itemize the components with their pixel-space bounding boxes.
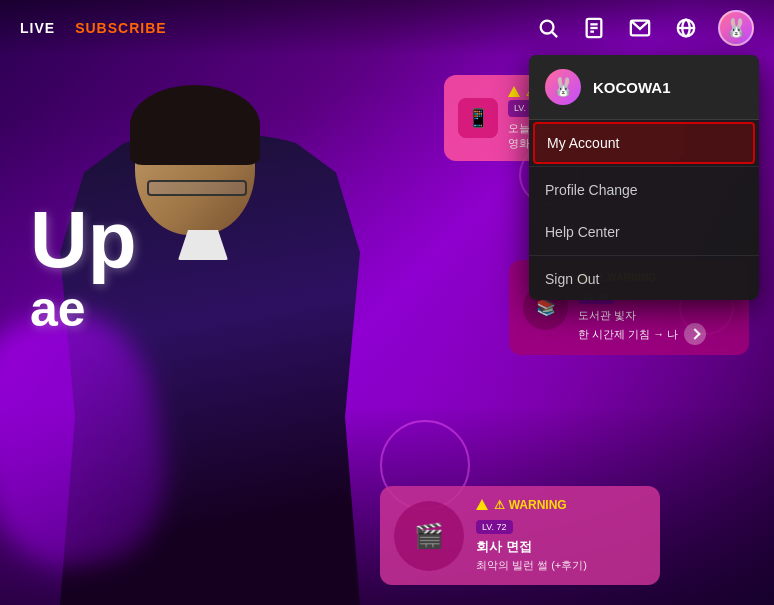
mail-icon[interactable]	[626, 14, 654, 42]
dropdown-avatar: 🐰	[545, 69, 581, 105]
card-bottom-title: 회사 면접	[476, 538, 587, 556]
dropdown-username: KOCOWA1	[593, 79, 671, 96]
card-bottom-warning: ⚠ WARNING	[476, 498, 587, 512]
card-bottom-icon: 🎬	[394, 501, 464, 571]
dropdown-item-help-center[interactable]: Help Center	[529, 211, 759, 253]
text-overlay: Up ae	[30, 200, 137, 338]
hero-text-up: Up	[30, 200, 137, 280]
nav-live-label: LIVE	[20, 20, 55, 36]
svg-point-0	[541, 20, 554, 33]
navbar: LIVE SUBSCRIBE	[0, 0, 774, 55]
dropdown-header: 🐰 KOCOWA1	[529, 55, 759, 120]
hero-text-ae: ae	[30, 280, 137, 338]
svg-line-1	[552, 32, 557, 37]
user-avatar-button[interactable]: 🐰	[718, 10, 754, 46]
globe-icon[interactable]	[672, 14, 700, 42]
card-top-right-icon: 📱	[458, 98, 498, 138]
dropdown-divider-2	[529, 255, 759, 256]
card-bottom-text: ⚠ WARNING LV. 72 회사 면접 최악의 빌런 썰 (+후기)	[476, 498, 587, 573]
card-bottom-center: 🎬 ⚠ WARNING LV. 72 회사 면접 최악의 빌런 썰 (+후기)	[380, 486, 660, 585]
dropdown-menu: 🐰 KOCOWA1 My Account Profile Change Help…	[529, 55, 759, 300]
dropdown-item-my-account[interactable]: My Account	[533, 122, 755, 164]
dropdown-item-sign-out[interactable]: Sign Out	[529, 258, 759, 300]
card-bottom-subtitle: 최악의 빌런 썰 (+후기)	[476, 558, 587, 573]
card-middle-line1: 도서관 빛자	[578, 308, 706, 323]
nav-right: 🐰	[534, 10, 754, 46]
search-icon[interactable]	[534, 14, 562, 42]
dropdown-item-profile-change[interactable]: Profile Change	[529, 169, 759, 211]
nav-left: LIVE SUBSCRIBE	[20, 20, 167, 36]
bookmark-icon[interactable]	[580, 14, 608, 42]
card-middle-line2: 한 시간제 기침 → 나	[578, 323, 706, 345]
dropdown-divider-1	[529, 166, 759, 167]
nav-subscribe-button[interactable]: SUBSCRIBE	[75, 20, 166, 36]
card-bottom-level: LV. 72	[476, 520, 513, 534]
